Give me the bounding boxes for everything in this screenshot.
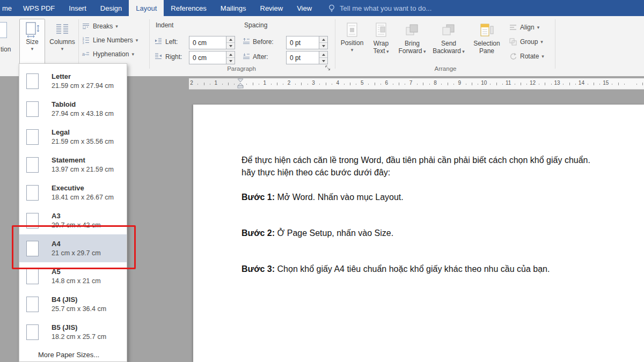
arrange-group-label: Arrange: [397, 65, 494, 72]
spinner-up-icon[interactable]: [226, 51, 235, 58]
rotate-icon: [509, 52, 517, 61]
ruler-number: 10: [481, 80, 487, 86]
spinner-buttons[interactable]: [319, 36, 327, 49]
chevron-down-icon: ▾: [31, 47, 34, 51]
spacing-before-icon: [243, 38, 250, 45]
spacing-before-input[interactable]: 0 pt: [286, 36, 328, 49]
more-paper-sizes-item[interactable]: More Paper Sizes...: [19, 351, 127, 359]
spinner-down-icon[interactable]: [319, 43, 327, 49]
indent-left-label: Left:: [165, 38, 178, 46]
ruler-tick: [551, 84, 552, 85]
ruler-tick: [502, 84, 503, 85]
align-button[interactable]: Align ▾: [509, 21, 539, 33]
tab-design[interactable]: Design: [93, 0, 129, 16]
paper-size-option-letter[interactable]: Letter21.59 cm x 27.94 cm: [19, 67, 127, 95]
group-separator: [78, 19, 79, 69]
spacing-before-label: Before:: [253, 38, 274, 46]
rotate-label: Rotate: [520, 53, 539, 60]
ruler-tick: [210, 84, 210, 85]
paper-size-dimensions: 18.41 cm x 26.67 cm: [52, 194, 114, 201]
ruler-tick: [599, 84, 600, 85]
page-icon: [26, 324, 39, 340]
tab-view[interactable]: View: [290, 0, 319, 16]
paper-size-option-legal[interactable]: Legal21.59 cm x 35.56 cm: [19, 123, 127, 151]
ruler-tick: [197, 84, 198, 85]
indent-right-value: 0 cm: [189, 54, 226, 62]
ruler-tick: [234, 84, 235, 85]
paragraph-group-label: Paragraph: [156, 65, 327, 72]
tab-references[interactable]: References: [164, 0, 213, 16]
tell-me-box[interactable]: Tell me what you want to do...: [327, 0, 431, 16]
spinner-up-icon[interactable]: [226, 36, 235, 43]
wrap-text-button[interactable]: WrapText ▾: [367, 19, 395, 65]
selection-pane-button[interactable]: SelectionPane: [469, 19, 504, 65]
ruler-tick: [490, 84, 491, 85]
columns-button[interactable]: Columns ▾: [47, 19, 77, 65]
paper-size-option-b4-jis-[interactable]: B4 (JIS)25.7 cm x 36.4 cm: [19, 290, 127, 318]
chevron-down-icon: ▾: [540, 40, 543, 45]
spinner-down-icon[interactable]: [226, 58, 235, 64]
page-icon: [26, 73, 39, 89]
tab-insert[interactable]: Insert: [62, 0, 93, 16]
ruler-tick: [618, 83, 619, 85]
paper-size-option-statement[interactable]: Statement13.97 cm x 21.59 cm: [19, 151, 127, 179]
spinner-up-icon[interactable]: [319, 36, 327, 43]
rotate-button[interactable]: Rotate ▾: [509, 50, 544, 62]
paper-size-option-tabloid[interactable]: Tabloid27.94 cm x 43.18 cm: [19, 95, 127, 123]
send-backward-label: SendBackward ▾: [433, 40, 465, 55]
bring-forward-icon: [404, 21, 421, 39]
spinner-buttons[interactable]: [226, 51, 235, 64]
columns-icon: [54, 21, 70, 38]
spinner-buttons[interactable]: [319, 51, 327, 64]
hyphenation-label: Hyphenation: [93, 50, 129, 58]
ruler-tick: [496, 83, 497, 85]
tab-layout[interactable]: Layout: [129, 0, 164, 16]
ruler-tick: [295, 84, 296, 85]
spinner-down-icon[interactable]: [226, 43, 235, 49]
paragraph[interactable]: Bước 2: Ở Page Setup, nhấn vào Size.: [241, 227, 641, 239]
tab-review[interactable]: Review: [253, 0, 290, 16]
ruler-tick: [380, 84, 381, 85]
ruler-number: 2: [288, 80, 291, 86]
indent-right-input[interactable]: 0 cm: [189, 51, 235, 64]
ruler[interactable]: 21123456789101112131415: [189, 78, 644, 90]
spinner-down-icon[interactable]: [319, 58, 327, 64]
ruler-tick: [222, 84, 223, 85]
ruler-number: 5: [361, 80, 364, 86]
paragraph[interactable]: Bước 3: Chọn khổ giấy A4 tiêu chuẩn hoặc…: [241, 263, 641, 275]
paragraph[interactable]: Để thực hiện cách căn lề trong Word, đầu…: [241, 154, 641, 179]
indent-marker[interactable]: [237, 78, 244, 88]
ruler-tick: [332, 84, 332, 85]
ruler-tick: [521, 83, 521, 85]
paragraph[interactable]: Bước 1: Mở Word. Nhấn vào mục Layout.: [241, 191, 641, 203]
ruler-number: 13: [554, 80, 560, 86]
spinner-buttons[interactable]: [226, 36, 235, 49]
ruler-tick: [308, 84, 308, 85]
bring-forward-button[interactable]: BringForward ▾: [396, 19, 428, 65]
orientation-button-partial[interactable]: tion: [0, 19, 16, 62]
ruler-tick: [253, 83, 253, 85]
line-numbers-button[interactable]: 123 Line Numbers ▾: [82, 34, 138, 46]
tab-me[interactable]: me: [0, 0, 16, 16]
svg-text:a-: a-: [82, 51, 86, 57]
paper-size-option-b5-jis-[interactable]: B5 (JIS)18.2 cm x 25.7 cm: [19, 318, 127, 346]
line-numbers-icon: 123: [82, 36, 90, 45]
tab-mailings[interactable]: Mailings: [214, 0, 253, 16]
spacing-after-input[interactable]: 0 pt: [286, 51, 328, 64]
size-button[interactable]: Size ▾: [19, 19, 45, 65]
send-backward-button[interactable]: SendBackward ▾: [430, 19, 467, 65]
ruler-tick: [277, 83, 277, 85]
hyphenation-button[interactable]: a- Hyphenation ▾: [82, 48, 134, 60]
indent-title: Indent: [156, 21, 173, 29]
group-button[interactable]: Group ▾: [509, 36, 543, 48]
tab-wps-pdf[interactable]: WPS PDF: [16, 0, 62, 16]
document-page[interactable]: Để thực hiện cách căn lề trong Word, đầu…: [193, 105, 644, 362]
indent-left-input[interactable]: 0 cm: [189, 36, 235, 49]
paper-size-name: Legal: [52, 128, 114, 136]
breaks-button[interactable]: Breaks ▾: [82, 20, 118, 32]
spinner-up-icon[interactable]: [319, 51, 327, 58]
position-button[interactable]: Position ▾: [338, 19, 366, 65]
paper-size-name: B4 (JIS): [52, 295, 106, 304]
paper-size-option-executive[interactable]: Executive18.41 cm x 26.67 cm: [19, 179, 127, 206]
paragraph-dialog-launcher[interactable]: [324, 64, 332, 72]
